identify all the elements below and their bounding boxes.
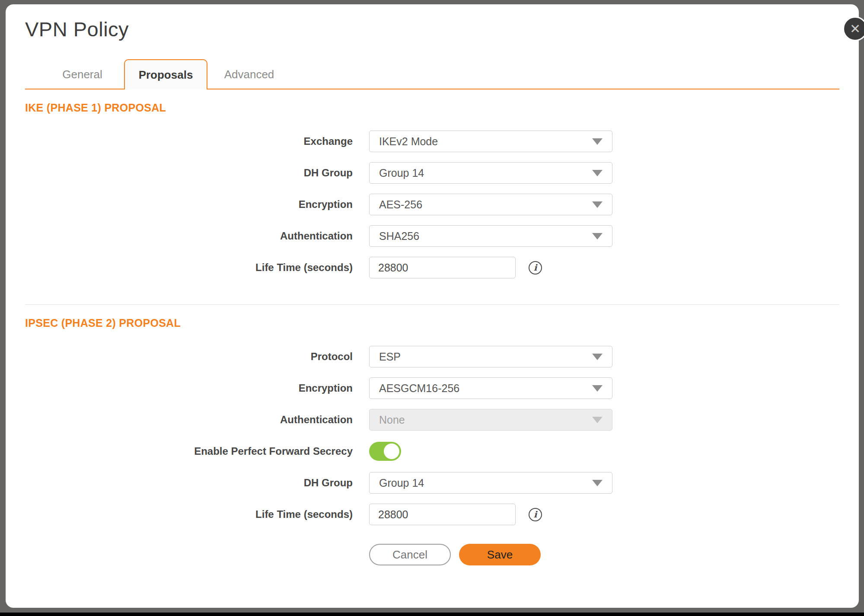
section-title: IPSEC (PHASE 2) PROPOSAL [25,317,839,329]
chevron-down-icon [592,170,603,176]
form-section: ExchangeIKEv2 ModeDH GroupGroup 14Encryp… [25,131,839,278]
field-control [369,442,401,461]
form-row: AuthenticationNone [25,409,839,431]
field-control: None [369,409,612,431]
cancel-button[interactable]: Cancel [369,544,451,565]
chevron-down-icon [592,417,603,423]
chevron-down-icon [592,354,603,360]
tab-proposals[interactable]: Proposals [124,59,207,89]
field-control: ESP [369,346,612,367]
field-label: DH Group [25,167,353,179]
form-row: ExchangeIKEv2 Mode [25,131,839,152]
info-icon[interactable]: i [529,261,542,274]
close-icon[interactable]: ✕ [843,16,864,41]
life-time-input[interactable] [369,504,516,525]
field-control: AES-256 [369,194,612,215]
field-label: Protocol [25,351,353,363]
field-control: i [369,504,542,525]
authentication-select: None [369,409,612,431]
section-title: IKE (PHASE 1) PROPOSAL [25,102,839,114]
save-button[interactable]: Save [459,544,541,565]
tab-bar: GeneralProposalsAdvanced [25,59,839,89]
field-label: Exchange [25,135,353,147]
enable-pfs-toggle[interactable] [369,442,401,461]
life-time-input[interactable] [369,257,516,278]
field-label: DH Group [25,477,353,489]
encryption-select[interactable]: AES-256 [369,194,612,215]
form-row: ProtocolESP [25,346,839,367]
form-row: Enable Perfect Forward Secrecy [25,440,839,462]
selected-value: AES-256 [379,198,422,211]
field-control: AESGCM16-256 [369,377,612,399]
form-row: Life Time (seconds)i [25,504,839,525]
field-label: Encryption [25,198,353,211]
field-control: Group 14 [369,162,612,184]
chevron-down-icon [592,201,603,208]
field-label: Encryption [25,382,353,394]
selected-value: AESGCM16-256 [379,382,459,395]
exchange-select[interactable]: IKEv2 Mode [369,131,612,152]
field-label: Enable Perfect Forward Secrecy [25,445,353,457]
form-row: EncryptionAES-256 [25,194,839,215]
selected-value: None [379,414,405,426]
field-label: Authentication [25,230,353,242]
protocol-select[interactable]: ESP [369,346,612,367]
tab-advanced[interactable]: Advanced [207,59,291,89]
section-divider [25,304,839,305]
form-row: DH GroupGroup 14 [25,162,839,184]
form-section: ProtocolESPEncryptionAESGCM16-256Authent… [25,346,839,525]
form-row: AuthenticationSHA256 [25,225,839,247]
chevron-down-icon [592,138,603,145]
form-row: DH GroupGroup 14 [25,472,839,494]
encryption-select[interactable]: AESGCM16-256 [369,377,612,399]
field-label: Authentication [25,414,353,426]
chevron-down-icon [592,385,603,392]
chevron-down-icon [592,480,603,486]
page-title: VPN Policy [25,17,839,41]
field-control: SHA256 [369,225,612,247]
field-label: Life Time (seconds) [25,262,353,274]
vpn-policy-dialog: VPN Policy GeneralProposalsAdvanced IKE … [6,4,859,608]
selected-value: Group 14 [379,167,424,179]
chevron-down-icon [592,233,603,239]
tab-general[interactable]: General [41,59,124,89]
field-control: i [369,257,542,278]
toggle-knob [384,444,399,459]
field-control: Group 14 [369,472,612,494]
selected-value: ESP [379,351,401,363]
form-row: EncryptionAESGCM16-256 [25,377,839,399]
field-control: IKEv2 Mode [369,131,612,152]
form-row: Life Time (seconds)i [25,257,839,278]
dh-group-select[interactable]: Group 14 [369,472,612,494]
dh-group-select[interactable]: Group 14 [369,162,612,184]
selected-value: SHA256 [379,230,419,243]
authentication-select[interactable]: SHA256 [369,225,612,247]
info-icon[interactable]: i [529,508,542,521]
selected-value: Group 14 [379,477,424,489]
footer-actions: Cancel Save [25,544,839,565]
field-label: Life Time (seconds) [25,508,353,520]
selected-value: IKEv2 Mode [379,135,438,148]
